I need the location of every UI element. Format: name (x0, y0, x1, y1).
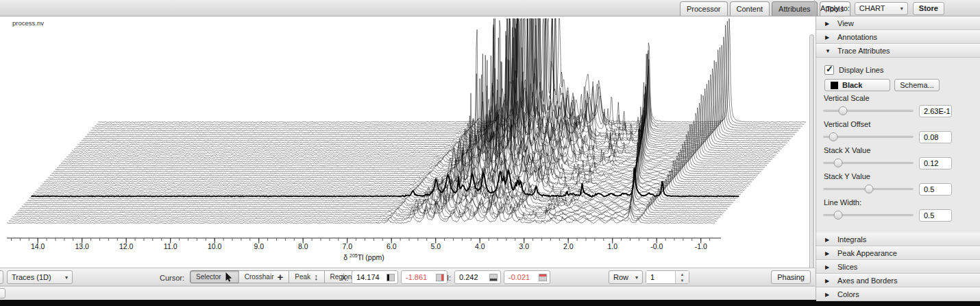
x-secondary-field[interactable] (401, 270, 448, 284)
svg-text:7.0: 7.0 (342, 242, 352, 250)
section-view[interactable]: ▶ View (816, 16, 980, 30)
svg-text:-0.0: -0.0 (650, 242, 663, 250)
schema-button[interactable]: Schema... (894, 79, 940, 91)
vertical-offset-input[interactable] (920, 132, 951, 143)
x-secondary-input[interactable] (406, 273, 433, 281)
x-coordinate-label: X: (341, 268, 348, 287)
row-number-input[interactable] (646, 271, 675, 283)
tab-processor[interactable]: Processor (680, 1, 728, 16)
apply-to-combobox[interactable]: CHART ▾ (855, 2, 908, 15)
spinner-up-icon[interactable]: ▲ (676, 271, 689, 277)
vertical-scale-field[interactable] (919, 105, 952, 117)
row-dropdown-value: Row (613, 273, 628, 281)
section-axes-and-borders[interactable]: ▶ Axes and Borders (816, 274, 980, 287)
slider-knob[interactable] (839, 106, 848, 115)
svg-text:2.0: 2.0 (563, 242, 574, 250)
intensity-secondary-input[interactable] (509, 273, 536, 281)
phasing-button[interactable]: Phasing (771, 270, 811, 284)
section-annotations[interactable]: ▶ Annotations (816, 30, 980, 44)
vertical-scale-slider[interactable] (823, 104, 914, 117)
traces-mode-dropdown[interactable]: Traces (1D) ▾ (7, 270, 73, 284)
clipped-status-button[interactable] (0, 288, 5, 298)
stack-y-slider[interactable] (823, 183, 914, 196)
x-primary-input[interactable] (356, 273, 384, 281)
vertical-scale-input[interactable] (920, 106, 951, 117)
stack-y-field[interactable] (919, 183, 952, 196)
svg-text:6.0: 6.0 (387, 242, 397, 250)
spinner-down-icon[interactable]: ▼ (676, 277, 689, 283)
section-integrals[interactable]: ▶ Integrals (816, 233, 980, 246)
trace-path (59, 47, 767, 166)
section-annotations-label: Annotations (837, 33, 877, 41)
line-width-field[interactable] (919, 209, 952, 222)
trace-path (69, 19, 776, 155)
row-dropdown[interactable]: Row ▾ (609, 270, 643, 284)
svg-text:10.0: 10.0 (208, 242, 222, 250)
svg-text:5.0: 5.0 (430, 242, 441, 250)
slider-knob[interactable] (834, 211, 843, 220)
red-horizontal-cursor-icon[interactable] (539, 274, 547, 281)
chart-vertical-scrollbar[interactable] (809, 34, 814, 281)
tab-content[interactable]: Content (730, 1, 770, 16)
stack-x-slider[interactable] (823, 156, 914, 169)
section-trace-attributes[interactable]: ▼ Trace Attributes (816, 44, 980, 58)
stack-x-row (823, 156, 973, 169)
intensity-secondary-field[interactable] (504, 270, 550, 284)
line-width-slider[interactable] (823, 209, 914, 222)
section-peak-appearance-label: Peak Appearance (837, 249, 897, 257)
collapsed-arrow-icon: ▶ (825, 21, 831, 27)
cursor-crosshair-button[interactable]: Crosshair + (238, 270, 290, 283)
line-width-input[interactable] (920, 210, 951, 221)
trace-path (89, 19, 797, 133)
trace-attributes-body: ✓ Display Lines Black Schema... Vertical… (816, 58, 980, 228)
trace-path (85, 19, 793, 137)
stack-y-input[interactable] (920, 184, 951, 195)
x-primary-field[interactable] (352, 270, 398, 284)
stack-x-input[interactable] (920, 158, 951, 169)
cursor-toolbar: Traces (1D) ▾ Cursor: Selector Crosshair… (0, 268, 815, 286)
peak-label: Peak (295, 271, 310, 283)
slider-knob[interactable] (865, 185, 874, 193)
stack-x-field[interactable] (919, 157, 952, 169)
trace-path (90, 19, 798, 130)
section-slices-label: Slices (837, 263, 857, 271)
section-colors[interactable]: ▶ Colors (816, 287, 980, 301)
stack-x-label: Stack X Value (824, 146, 973, 155)
scrollbar-thumb[interactable] (809, 34, 814, 279)
trace-color-button[interactable]: Black (824, 79, 890, 91)
spinner-arrows: ▲ ▼ (675, 271, 689, 283)
black-horizontal-cursor-icon[interactable] (489, 274, 498, 281)
clipped-left-button[interactable] (0, 270, 3, 284)
expanded-arrow-icon: ▼ (825, 48, 831, 54)
svg-text:9.0: 9.0 (254, 242, 264, 250)
waterfall-plot[interactable]: 14.013.012.011.010.09.08.07.06.05.04.03.… (0, 16, 809, 268)
display-lines-row: ✓ Display Lines (824, 64, 973, 75)
cursor-selector-button[interactable]: Selector (190, 270, 239, 283)
section-integrals-label: Integrals (837, 235, 866, 244)
trace-path (24, 178, 732, 204)
cursor-peak-button[interactable]: Peak ↕ (289, 270, 324, 283)
intensity-primary-field[interactable] (454, 270, 501, 284)
vertical-offset-slider[interactable] (823, 130, 914, 143)
black-vertical-cursor-icon[interactable] (387, 274, 395, 281)
spectrum-canvas[interactable]: process.nv 14.013.012.011.010.09.08.07.0… (0, 16, 816, 268)
vertical-offset-field[interactable] (919, 131, 952, 143)
traces-mode-value: Traces (1D) (12, 273, 51, 281)
slider-knob[interactable] (834, 158, 843, 167)
display-lines-checkbox[interactable]: ✓ (824, 65, 834, 75)
chevron-down-icon: ▾ (635, 274, 638, 281)
store-button[interactable]: Store (913, 2, 944, 15)
section-peak-appearance[interactable]: ▶ Peak Appearance (816, 246, 980, 260)
section-slices[interactable]: ▶ Slices (816, 260, 980, 274)
row-number-spinner[interactable]: ▲ ▼ (646, 270, 689, 284)
svg-text:-1.0: -1.0 (695, 242, 707, 250)
trace-path (61, 36, 769, 164)
intensity-primary-input[interactable] (459, 273, 487, 281)
tab-attributes[interactable]: Attributes (772, 1, 817, 16)
svg-text:13.0: 13.0 (75, 242, 89, 250)
crosshair-icon: + (277, 274, 283, 281)
slider-knob[interactable] (829, 132, 837, 141)
red-vertical-cursor-icon[interactable] (436, 274, 444, 281)
vertical-scale-label: Vertical Scale (824, 94, 973, 103)
stack-y-label: Stack Y Value (824, 172, 973, 181)
